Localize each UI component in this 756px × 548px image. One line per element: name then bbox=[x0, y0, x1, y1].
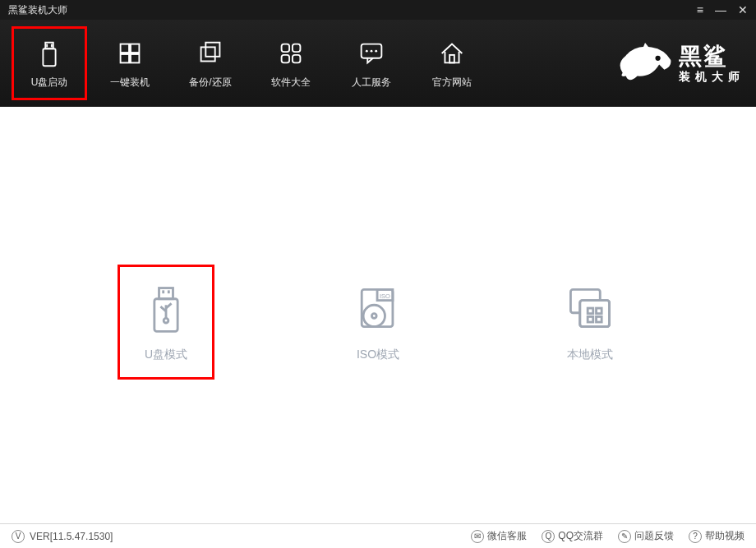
svg-rect-10 bbox=[282, 44, 290, 52]
brand-line2: 装机大师 bbox=[679, 70, 744, 83]
copy-icon bbox=[195, 38, 226, 69]
help-icon: ? bbox=[689, 530, 702, 543]
svg-rect-21 bbox=[159, 288, 173, 299]
svg-point-24 bbox=[164, 318, 168, 323]
qq-icon: Q bbox=[542, 530, 555, 543]
minimize-icon[interactable]: — bbox=[715, 4, 726, 16]
version-text: VER[11.5.47.1530] bbox=[30, 531, 113, 542]
home-icon bbox=[436, 38, 468, 69]
svg-rect-5 bbox=[131, 44, 139, 52]
shark-icon bbox=[613, 31, 677, 95]
nav-label: 一键装机 bbox=[110, 76, 150, 90]
svg-point-16 bbox=[371, 49, 373, 52]
windows-icon bbox=[114, 38, 145, 69]
nav-usb-boot[interactable]: U盘启动 bbox=[12, 26, 87, 100]
svg-point-29 bbox=[363, 305, 385, 326]
link-wechat[interactable]: ✉ 微信客服 bbox=[471, 529, 527, 543]
nav-one-click-install[interactable]: 一键装机 bbox=[92, 26, 168, 100]
mode-row: U盘模式 ISO ISO模式 本地模式 bbox=[0, 265, 756, 380]
svg-rect-32 bbox=[580, 301, 610, 327]
chat-icon bbox=[356, 38, 387, 69]
svg-rect-11 bbox=[293, 44, 301, 52]
nav-label: U盘启动 bbox=[31, 76, 68, 90]
svg-rect-22 bbox=[162, 290, 164, 293]
svg-rect-13 bbox=[293, 54, 301, 62]
link-help-video[interactable]: ? 帮助视频 bbox=[689, 529, 744, 543]
window-controls: ≡ — ✕ bbox=[697, 4, 748, 16]
svg-point-17 bbox=[375, 49, 377, 52]
usb-mode-icon bbox=[139, 282, 193, 336]
nav-software-store[interactable]: 软件大全 bbox=[253, 26, 329, 100]
app-title: 黑鲨装机大师 bbox=[8, 3, 67, 17]
mode-label: 本地模式 bbox=[567, 348, 613, 362]
svg-rect-8 bbox=[201, 47, 215, 61]
version-area: V VER[11.5.47.1530] bbox=[12, 530, 113, 543]
svg-rect-7 bbox=[131, 53, 139, 62]
svg-point-19 bbox=[655, 56, 660, 61]
mode-label: U盘模式 bbox=[145, 348, 187, 362]
svg-rect-12 bbox=[282, 54, 290, 62]
nav-human-service[interactable]: 人工服务 bbox=[334, 26, 409, 100]
nav-official-site[interactable]: 官方网站 bbox=[414, 26, 490, 100]
link-label: 问题反馈 bbox=[634, 529, 674, 543]
svg-rect-23 bbox=[168, 290, 170, 293]
top-nav: U盘启动 一键装机 备份/还原 软件大全 bbox=[0, 20, 756, 107]
svg-rect-0 bbox=[43, 48, 55, 66]
wechat-icon: ✉ bbox=[471, 530, 484, 543]
brand-logo: 黑鲨 装机大师 bbox=[613, 31, 744, 95]
grid-icon bbox=[275, 38, 307, 69]
iso-mode-icon: ISO bbox=[351, 282, 405, 336]
usb-icon bbox=[34, 38, 65, 69]
mode-iso[interactable]: ISO ISO模式 bbox=[330, 265, 426, 380]
svg-point-15 bbox=[366, 49, 368, 52]
statusbar: V VER[11.5.47.1530] ✉ 微信客服 Q QQ交流群 ✎ 问题反… bbox=[0, 523, 756, 548]
link-feedback[interactable]: ✎ 问题反馈 bbox=[618, 529, 674, 543]
main-area: U盘模式 ISO ISO模式 本地模式 bbox=[0, 107, 756, 523]
nav-label: 备份/还原 bbox=[189, 76, 231, 90]
svg-rect-6 bbox=[121, 53, 129, 62]
mode-usb[interactable]: U盘模式 bbox=[118, 265, 214, 380]
mode-local[interactable]: 本地模式 bbox=[542, 265, 638, 380]
status-links: ✉ 微信客服 Q QQ交流群 ✎ 问题反馈 ? 帮助视频 bbox=[471, 529, 744, 543]
mode-label: ISO模式 bbox=[357, 348, 399, 362]
feedback-icon: ✎ bbox=[618, 530, 631, 543]
svg-text:ISO: ISO bbox=[380, 292, 390, 300]
nav-label: 软件大全 bbox=[271, 76, 311, 90]
nav-label: 人工服务 bbox=[352, 76, 391, 90]
nav-label: 官方网站 bbox=[432, 76, 472, 90]
link-label: 帮助视频 bbox=[705, 529, 744, 543]
titlebar: 黑鲨装机大师 ≡ — ✕ bbox=[0, 0, 756, 20]
nav-backup-restore[interactable]: 备份/还原 bbox=[173, 26, 248, 100]
link-label: QQ交流群 bbox=[558, 529, 603, 543]
link-qq-group[interactable]: Q QQ交流群 bbox=[542, 529, 603, 543]
svg-point-30 bbox=[371, 314, 376, 319]
menu-icon[interactable]: ≡ bbox=[697, 4, 703, 16]
local-mode-icon bbox=[563, 282, 617, 336]
version-badge-icon: V bbox=[12, 530, 25, 543]
link-label: 微信客服 bbox=[487, 529, 527, 543]
brand-line1: 黑鲨 bbox=[679, 44, 744, 70]
svg-rect-4 bbox=[121, 44, 129, 52]
close-icon[interactable]: ✕ bbox=[738, 4, 748, 16]
svg-rect-9 bbox=[205, 42, 219, 56]
svg-rect-18 bbox=[449, 54, 454, 62]
